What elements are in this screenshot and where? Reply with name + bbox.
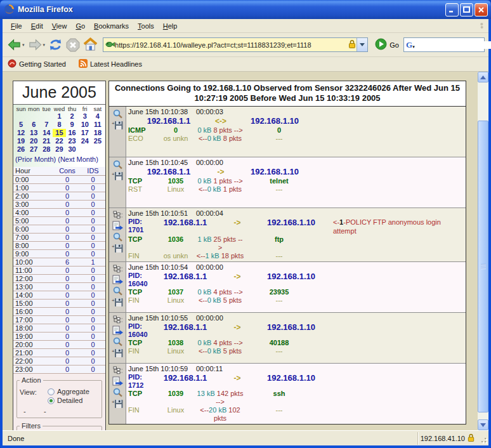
ids-count[interactable]: 0 bbox=[82, 250, 104, 258]
reload-button[interactable] bbox=[48, 37, 63, 53]
tree-icon[interactable] bbox=[112, 265, 123, 274]
magnifier-icon[interactable] bbox=[112, 388, 123, 399]
scroll-up-button[interactable] bbox=[478, 72, 488, 82]
menu-edit[interactable]: Edit bbox=[27, 20, 48, 32]
calendar-day-13[interactable]: 13 bbox=[27, 129, 40, 137]
cons-count[interactable]: 0 bbox=[53, 217, 82, 225]
cons-count[interactable]: 0 bbox=[53, 234, 82, 241]
ids-count[interactable]: 0 bbox=[82, 357, 104, 365]
destination-ip[interactable]: 192.168.1.10 bbox=[239, 116, 310, 126]
url-input[interactable] bbox=[115, 41, 348, 49]
ids-count[interactable]: 0 bbox=[82, 283, 104, 291]
calendar-day-25[interactable]: 25 bbox=[91, 137, 104, 145]
back-button[interactable]: ▾ bbox=[6, 37, 25, 53]
menu-help[interactable]: Help bbox=[159, 20, 182, 32]
calendar-day-18[interactable]: 18 bbox=[91, 129, 104, 137]
search-input[interactable] bbox=[416, 41, 491, 49]
source-ip[interactable]: 192.168.1.1 bbox=[152, 373, 219, 390]
cons-count[interactable]: 0 bbox=[53, 366, 82, 373]
cons-count[interactable]: 0 bbox=[53, 267, 82, 274]
tree-icon[interactable] bbox=[112, 315, 123, 325]
cons-count[interactable]: 0 bbox=[53, 300, 82, 307]
destination-port[interactable]: 23935 bbox=[244, 288, 314, 296]
ids-count[interactable]: 0 bbox=[82, 324, 104, 332]
cons-count[interactable]: 0 bbox=[53, 192, 82, 200]
view-option-detailed[interactable]: Detailed bbox=[48, 397, 89, 404]
calendar-day-12[interactable]: 12 bbox=[15, 129, 27, 137]
calendar-day-1[interactable]: 1 bbox=[53, 112, 65, 121]
calendar-day-8[interactable]: 8 bbox=[53, 121, 65, 129]
ids-count[interactable]: 0 bbox=[82, 201, 104, 208]
scroll-down-button[interactable] bbox=[478, 419, 488, 430]
go-label[interactable]: Go bbox=[390, 41, 399, 49]
source-ip[interactable]: 192.168.1.1 bbox=[152, 322, 219, 339]
floppy-icon[interactable]: + bbox=[112, 244, 123, 254]
calendar-day-16[interactable]: 16 bbox=[66, 129, 79, 137]
cons-count[interactable]: 0 bbox=[53, 349, 82, 357]
source-ip[interactable]: 192.168.1.1 bbox=[135, 116, 202, 126]
extract-icon[interactable] bbox=[112, 376, 123, 387]
calendar-day-19[interactable]: 19 bbox=[15, 137, 27, 145]
go-button[interactable] bbox=[375, 38, 387, 51]
calendar-day-4[interactable]: 4 bbox=[91, 112, 104, 121]
calendar-day-29[interactable]: 29 bbox=[53, 145, 65, 154]
tree-icon[interactable] bbox=[112, 211, 123, 220]
destination-ip[interactable]: 192.168.1.10 bbox=[239, 167, 310, 177]
ids-count[interactable]: 0 bbox=[82, 192, 104, 200]
calendar-day-21[interactable]: 21 bbox=[40, 137, 53, 145]
menu-tools[interactable]: Tools bbox=[133, 20, 159, 32]
resize-grip[interactable] bbox=[479, 434, 488, 445]
ids-count[interactable]: 0 bbox=[82, 349, 104, 357]
source-port[interactable]: 1038 bbox=[155, 339, 196, 347]
calendar-day-2[interactable]: 2 bbox=[66, 112, 79, 121]
calendar-day-26[interactable]: 26 bbox=[15, 145, 27, 154]
calendar-day-10[interactable]: 10 bbox=[79, 121, 91, 129]
forward-button[interactable]: ▾ bbox=[27, 37, 46, 53]
ids-count[interactable]: 0 bbox=[82, 209, 104, 216]
source-ip[interactable]: 192.168.1.1 bbox=[152, 218, 219, 235]
back-dropdown-icon[interactable]: ▾ bbox=[22, 43, 25, 48]
cons-count[interactable]: 0 bbox=[53, 184, 82, 192]
calendar-day-30[interactable]: 30 bbox=[66, 145, 79, 154]
forward-dropdown-icon[interactable]: ▾ bbox=[43, 43, 46, 48]
menu-go[interactable]: Go bbox=[71, 20, 89, 32]
source-ip[interactable]: 192.168.1.1 bbox=[135, 167, 202, 177]
destination-ip[interactable]: 192.168.1.10 bbox=[256, 322, 327, 339]
destination-port[interactable]: ssh bbox=[244, 390, 314, 406]
destination-port[interactable]: telnet bbox=[244, 177, 314, 185]
minimize-button[interactable] bbox=[445, 3, 459, 16]
cons-count[interactable]: 0 bbox=[53, 308, 82, 315]
floppy-icon[interactable]: + bbox=[112, 121, 123, 131]
tree-icon[interactable] bbox=[112, 366, 123, 376]
ids-count[interactable]: 0 bbox=[82, 267, 104, 274]
floppy-icon[interactable]: + bbox=[112, 171, 123, 182]
cons-count[interactable]: 0 bbox=[53, 250, 82, 258]
cons-count[interactable]: 0 bbox=[53, 201, 82, 208]
destination-port[interactable]: 0 bbox=[244, 126, 314, 135]
next-month-link[interactable]: (Next Month) bbox=[58, 155, 98, 163]
calendar-day-14[interactable]: 14 bbox=[40, 129, 53, 137]
source-ip[interactable]: 192.168.1.1 bbox=[152, 272, 219, 288]
prior-month-link[interactable]: (Prior Month) bbox=[15, 155, 56, 163]
calendar-day-27[interactable]: 27 bbox=[27, 145, 40, 154]
cons-count[interactable]: 0 bbox=[53, 333, 82, 340]
floppy-icon[interactable]: + bbox=[112, 399, 123, 410]
cons-count[interactable]: 0 bbox=[53, 316, 82, 324]
destination-port[interactable]: ftp bbox=[244, 235, 314, 252]
scrollbar-thumb[interactable] bbox=[478, 121, 488, 412]
source-port[interactable]: 1037 bbox=[155, 288, 196, 296]
url-bar[interactable] bbox=[103, 37, 368, 52]
cons-count[interactable]: 0 bbox=[53, 209, 82, 216]
magnifier-icon[interactable] bbox=[112, 160, 123, 171]
calendar-day-17[interactable]: 17 bbox=[79, 129, 91, 137]
calendar-day-23[interactable]: 23 bbox=[66, 137, 79, 145]
search-engine-dropdown-icon[interactable]: ▾ bbox=[412, 44, 415, 49]
calendar-day-9[interactable]: 9 bbox=[66, 121, 79, 129]
bookmark-getting-started[interactable]: Getting Started bbox=[8, 59, 66, 69]
cons-count[interactable]: 0 bbox=[53, 324, 82, 332]
floppy-icon[interactable]: + bbox=[112, 348, 123, 359]
source-port[interactable]: 1035 bbox=[155, 177, 196, 185]
menu-view[interactable]: View bbox=[48, 20, 72, 32]
ids-count[interactable]: 0 bbox=[82, 275, 104, 282]
ids-count[interactable]: 0 bbox=[82, 225, 104, 233]
